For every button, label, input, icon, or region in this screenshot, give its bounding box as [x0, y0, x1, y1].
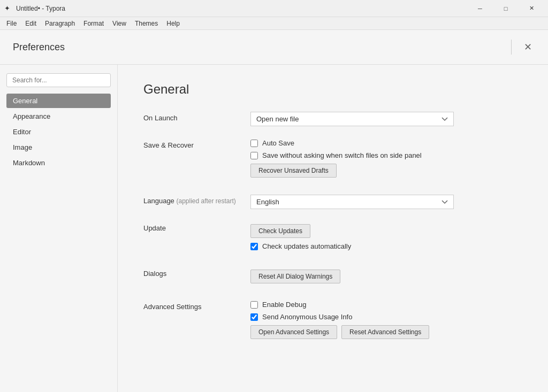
window-title: Untitled• - Typora [16, 5, 468, 12]
on-launch-label: On Launch [143, 112, 250, 122]
menu-help[interactable]: Help [162, 19, 184, 28]
reset-dialog-warnings-button[interactable]: Reset All Dialog Warnings [250, 270, 340, 283]
language-row: Language (applied after restart) English… [143, 195, 522, 209]
check-auto-checkbox[interactable] [250, 243, 258, 250]
advanced-settings-label: Advanced Settings [143, 301, 250, 311]
sidebar-item-markdown[interactable]: Markdown [6, 156, 111, 170]
preferences-title: Preferences [13, 42, 65, 53]
on-launch-row: On Launch Open new file Open last file O… [143, 112, 522, 126]
header-divider [511, 40, 512, 55]
send-usage-checkbox[interactable] [250, 313, 258, 321]
minimize-button[interactable]: ─ [468, 0, 492, 17]
check-updates-btn-row: Check Updates [250, 224, 522, 242]
section-title: General [143, 82, 522, 97]
preferences-close-button[interactable]: ✕ [520, 40, 535, 55]
send-usage-row: Send Anonymous Usage Info [250, 313, 522, 321]
enable-debug-label: Enable Debug [262, 301, 306, 309]
save-recover-label: Save & Recover [143, 139, 250, 149]
save-without-asking-row: Save without asking when switch files on… [250, 151, 522, 159]
on-launch-controls: Open new file Open last file Open last d… [250, 112, 522, 126]
enable-debug-checkbox[interactable] [250, 301, 258, 309]
menu-bar: File Edit Paragraph Format View Themes H… [0, 17, 548, 30]
save-recover-row: Save & Recover Auto Save Save without as… [143, 139, 522, 182]
sidebar: General Appearance Editor Image Markdown [0, 65, 118, 392]
sidebar-item-general[interactable]: General [6, 94, 111, 108]
search-input[interactable] [6, 73, 111, 87]
app-icon: ✦ [4, 4, 13, 13]
reset-dialogs-btn-row: Reset All Dialog Warnings [250, 270, 522, 288]
menu-format[interactable]: Format [79, 19, 108, 28]
close-window-button[interactable]: ✕ [519, 0, 544, 17]
check-auto-row: Check updates automatically [250, 242, 522, 250]
preferences-body: General Appearance Editor Image Markdown… [0, 65, 548, 392]
auto-save-checkbox[interactable] [250, 140, 258, 147]
language-dropdown[interactable]: English Chinese Japanese French German S… [250, 195, 454, 209]
reset-advanced-settings-button[interactable]: Reset Advanced Settings [341, 325, 429, 339]
window-controls: ─ □ ✕ [468, 0, 544, 17]
content-area: General On Launch Open new file Open las… [118, 65, 548, 392]
menu-themes[interactable]: Themes [131, 19, 162, 28]
update-row: Update Check Updates Check updates autom… [143, 222, 522, 255]
recover-unsaved-drafts-button[interactable]: Recover Unsaved Drafts [250, 164, 337, 178]
save-without-asking-checkbox[interactable] [250, 152, 258, 159]
save-without-asking-label: Save without asking when switch files on… [262, 151, 422, 159]
dialogs-label: Dialogs [143, 267, 250, 278]
menu-file[interactable]: File [2, 19, 21, 28]
advanced-btns-row: Open Advanced Settings Reset Advanced Se… [250, 325, 522, 343]
advanced-settings-row: Advanced Settings Enable Debug Send Anon… [143, 301, 522, 343]
sidebar-item-editor[interactable]: Editor [6, 125, 111, 139]
check-auto-label: Check updates automatically [262, 242, 351, 250]
header-right: ✕ [503, 40, 535, 55]
preferences-header: Preferences ✕ [0, 30, 548, 65]
language-controls: English Chinese Japanese French German S… [250, 195, 522, 209]
enable-debug-row: Enable Debug [250, 301, 522, 309]
recover-btn-row: Recover Unsaved Drafts [250, 164, 522, 182]
update-controls: Check Updates Check updates automaticall… [250, 222, 522, 255]
language-sub-label: (applied after restart) [176, 197, 235, 205]
sidebar-item-appearance[interactable]: Appearance [6, 109, 111, 124]
title-bar: ✦ Untitled• - Typora ─ □ ✕ [0, 0, 548, 17]
on-launch-dropdown[interactable]: Open new file Open last file Open last d… [250, 112, 454, 126]
dialogs-row: Dialogs Reset All Dialog Warnings [143, 267, 522, 288]
language-label: Language (applied after restart) [143, 195, 250, 205]
open-advanced-settings-button[interactable]: Open Advanced Settings [250, 325, 337, 339]
auto-save-label: Auto Save [262, 139, 294, 147]
send-usage-label: Send Anonymous Usage Info [262, 313, 352, 321]
maximize-button[interactable]: □ [493, 0, 518, 17]
menu-paragraph[interactable]: Paragraph [41, 19, 79, 28]
sidebar-item-image[interactable]: Image [6, 140, 111, 155]
save-recover-controls: Auto Save Save without asking when switc… [250, 139, 522, 182]
main-window: Preferences ✕ General Appearance Editor … [0, 30, 548, 392]
update-label: Update [143, 222, 250, 232]
dialogs-controls: Reset All Dialog Warnings [250, 267, 522, 288]
menu-edit[interactable]: Edit [21, 19, 41, 28]
menu-view[interactable]: View [108, 19, 131, 28]
auto-save-row: Auto Save [250, 139, 522, 147]
advanced-settings-controls: Enable Debug Send Anonymous Usage Info O… [250, 301, 522, 343]
check-updates-button[interactable]: Check Updates [250, 224, 310, 238]
